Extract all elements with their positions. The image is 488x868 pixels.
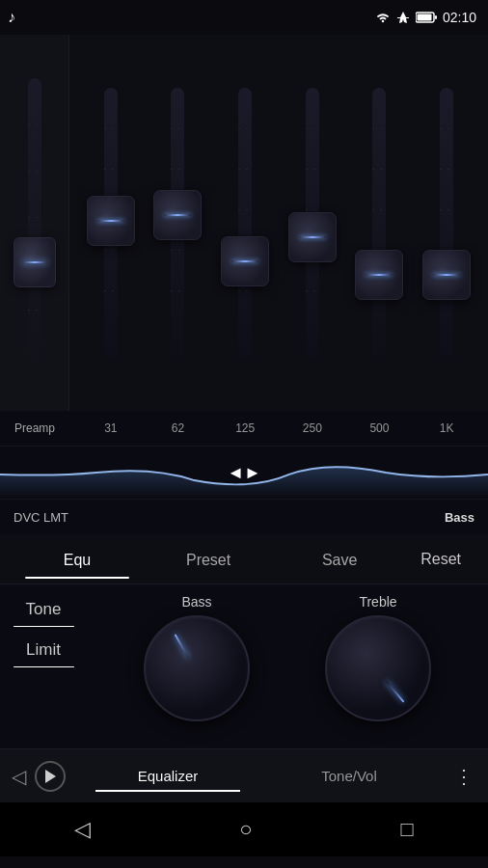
left-sidebar: Tone Limit xyxy=(0,584,87,667)
preamp-thumb[interactable] xyxy=(14,237,56,287)
bass-label: Bass xyxy=(445,510,474,525)
eq-track-500[interactable] xyxy=(372,88,386,358)
label-500: 500 xyxy=(360,421,398,435)
play-button[interactable] xyxy=(35,761,66,792)
back-button[interactable]: ◁ xyxy=(74,817,91,842)
recent-button[interactable]: □ xyxy=(401,817,414,842)
label-1k: 1K xyxy=(427,421,466,435)
eq-thumb-500[interactable] xyxy=(355,250,403,300)
eq-track-31[interactable] xyxy=(104,88,118,358)
eq-thumb-1k[interactable] xyxy=(422,250,471,300)
curve-area: ◄► xyxy=(0,446,488,500)
preamp-column xyxy=(0,35,69,411)
eq-sliders xyxy=(69,35,488,411)
bottom-nav-tabs: Equalizer Tone/Vol xyxy=(77,760,440,792)
band-labels-right: 31 62 125 250 500 1K xyxy=(69,421,488,435)
tab-save[interactable]: Save xyxy=(274,540,405,579)
eq-track-1k[interactable] xyxy=(440,88,453,358)
label-62: 62 xyxy=(158,421,197,435)
bass-knob-label: Bass xyxy=(181,594,211,610)
treble-knob[interactable] xyxy=(325,615,431,721)
limit-button[interactable]: Limit xyxy=(10,635,77,667)
knobs-area: Bass Treble xyxy=(87,584,488,731)
tab-row: Equ Preset Save Reset xyxy=(0,534,488,584)
tab-equ[interactable]: Equ xyxy=(12,540,143,579)
status-left: ♪ xyxy=(8,9,15,26)
battery-icon xyxy=(416,12,437,23)
eq-thumb-250[interactable] xyxy=(288,212,337,262)
status-right: 02:10 xyxy=(375,10,476,25)
eq-band-1k xyxy=(440,44,453,401)
eq-band-31 xyxy=(104,44,118,401)
content-area: Tone Limit Bass Treble xyxy=(0,584,488,748)
eq-area xyxy=(0,35,488,411)
treble-knob-wrap: Treble xyxy=(325,594,431,721)
home-button[interactable]: ○ xyxy=(239,817,252,842)
scroll-arrows[interactable]: ◄► xyxy=(227,463,261,483)
eq-band-500 xyxy=(372,44,386,401)
bass-knob[interactable] xyxy=(144,615,250,721)
eq-thumb-31[interactable] xyxy=(87,196,135,246)
eq-thumb-62[interactable] xyxy=(153,190,202,240)
eq-track-125[interactable] xyxy=(238,88,252,358)
eq-band-250 xyxy=(306,44,319,401)
svg-rect-1 xyxy=(435,15,437,19)
bass-knob-indicator xyxy=(175,634,190,658)
band-labels: Preamp 31 62 125 250 500 1K xyxy=(0,411,488,446)
eq-band-125 xyxy=(238,44,252,401)
eq-band-62 xyxy=(171,44,184,401)
eq-track-250[interactable] xyxy=(306,88,319,358)
wifi-icon xyxy=(375,11,391,24)
dvc-label: DVC LMT xyxy=(14,510,68,525)
tab-reset[interactable]: Reset xyxy=(405,539,476,580)
label-125: 125 xyxy=(226,421,264,435)
prev-track-button[interactable]: ◁ xyxy=(12,765,26,788)
bottom-nav: ◁ Equalizer Tone/Vol ⋮ xyxy=(0,748,488,802)
preamp-track[interactable] xyxy=(28,78,41,367)
label-250: 250 xyxy=(293,421,332,435)
time-display: 02:10 xyxy=(443,10,476,25)
treble-knob-indicator xyxy=(386,681,405,703)
eq-track-62[interactable] xyxy=(171,88,184,358)
label-preamp: Preamp xyxy=(0,421,69,435)
bottom-tab-tonevol[interactable]: Tone/Vol xyxy=(258,760,440,792)
label-31: 31 xyxy=(92,421,130,435)
tab-preset[interactable]: Preset xyxy=(143,540,274,579)
app-icon: ♪ xyxy=(8,9,15,26)
play-icon xyxy=(45,770,56,783)
more-options-button[interactable]: ⋮ xyxy=(440,765,488,788)
bottom-nav-left: ◁ xyxy=(0,761,77,792)
treble-knob-label: Treble xyxy=(359,594,396,610)
status-bar: ♪ 02:10 xyxy=(0,0,488,35)
android-nav: ◁ ○ □ xyxy=(0,802,488,856)
eq-thumb-125[interactable] xyxy=(221,236,269,286)
svg-rect-2 xyxy=(417,14,431,21)
tone-button[interactable]: Tone xyxy=(10,594,77,627)
airplane-icon xyxy=(396,11,410,24)
dvc-row: DVC LMT Bass xyxy=(0,500,488,534)
bass-knob-wrap: Bass xyxy=(144,594,250,721)
bottom-tab-equalizer[interactable]: Equalizer xyxy=(77,760,258,792)
